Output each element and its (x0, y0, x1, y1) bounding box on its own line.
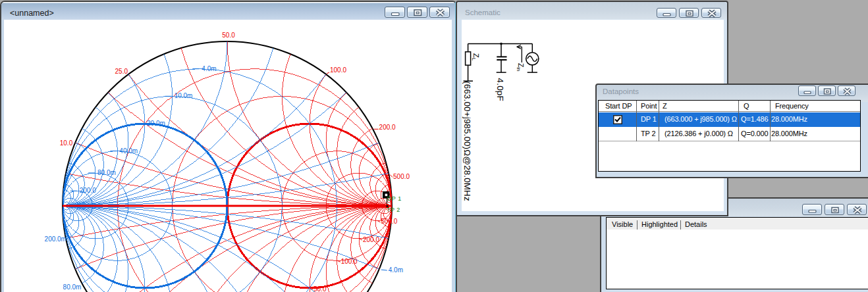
svg-text:200.0: 200.0 (363, 236, 379, 243)
svg-text:4.0m: 4.0m (389, 266, 403, 274)
svg-text:200.0: 200.0 (379, 124, 396, 131)
svg-text:Zin: Zin (516, 63, 525, 72)
svg-text:(663.00+j985.00)Ω@28.0MHz: (663.00+j985.00)Ω@28.0MHz (462, 81, 472, 201)
svg-text:80.0m: 80.0m (97, 169, 116, 176)
svg-text:500.0: 500.0 (393, 173, 410, 180)
svg-text:4.0pF: 4.0pF (495, 78, 505, 102)
svg-text:10.0: 10.0 (60, 139, 73, 147)
svg-text:50.0: 50.0 (222, 32, 235, 39)
svg-text:TP 2: TP 2 (387, 207, 400, 213)
svg-text:100.0: 100.0 (330, 66, 346, 74)
svg-text:200.0m: 200.0m (45, 235, 67, 243)
svg-text:80.0m: 80.0m (63, 283, 82, 291)
svg-text:100.0: 100.0 (341, 258, 358, 265)
svg-text:ZL: ZL (471, 53, 480, 61)
svg-text:50.0: 50.0 (313, 285, 327, 292)
svg-text:4.0m: 4.0m (202, 65, 216, 72)
svg-text:DP 1: DP 1 (387, 195, 402, 202)
svg-text:25.0: 25.0 (115, 68, 128, 75)
svg-text:40.0m: 40.0m (119, 147, 138, 155)
svg-text:20.0m: 20.0m (147, 120, 165, 127)
svg-text:500.0: 500.0 (381, 218, 397, 225)
svg-text:200.0: 200.0 (80, 187, 96, 194)
svg-text:10.0m: 10.0m (175, 92, 193, 99)
